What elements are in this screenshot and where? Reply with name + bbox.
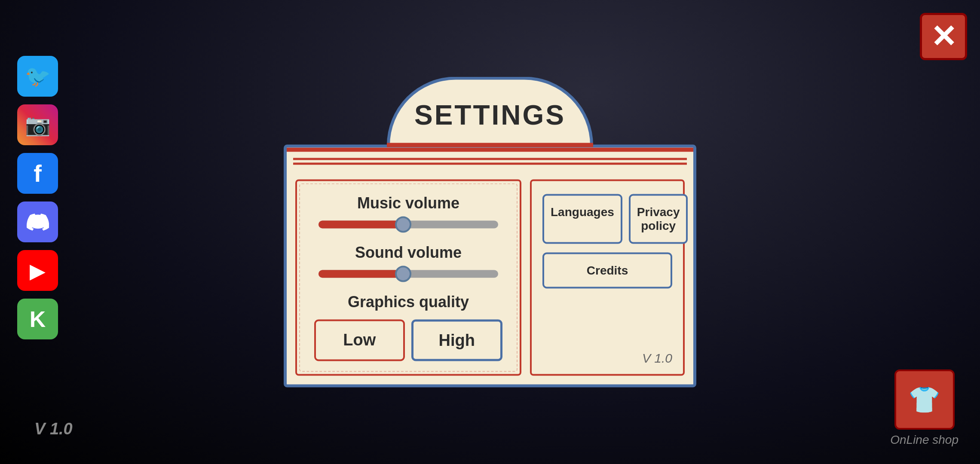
quality-buttons: Low High xyxy=(314,320,502,361)
stripes-section xyxy=(287,152,693,171)
settings-title: SETTINGS xyxy=(414,99,566,131)
discord-icon[interactable] xyxy=(17,201,58,242)
twitter-icon[interactable]: 🐦 xyxy=(17,56,58,97)
credits-button[interactable]: Credits xyxy=(542,253,672,289)
top-buttons-row: Languages Privacy policy xyxy=(542,194,672,244)
arch-shape: SETTINGS xyxy=(387,77,593,146)
youtube-icon[interactable]: ▶ xyxy=(17,250,58,291)
panel-content: Music volume Sound volume Gr xyxy=(287,171,693,385)
graphics-quality-label: Graphics quality xyxy=(314,293,502,311)
languages-button[interactable]: Languages xyxy=(542,194,622,244)
version-label-left: V 1.0 xyxy=(34,420,73,438)
sound-volume-slider[interactable] xyxy=(318,270,498,278)
red-stripe-thin xyxy=(293,158,687,160)
panel-body: Music volume Sound volume Gr xyxy=(284,145,696,388)
close-button[interactable]: ✕ xyxy=(920,13,967,60)
sound-volume-fill xyxy=(318,270,399,278)
graphics-quality-section: Graphics quality Low High xyxy=(314,293,502,361)
red-stripe-thin-2 xyxy=(293,163,687,165)
sound-volume-thumb[interactable] xyxy=(395,266,411,282)
left-panel: Music volume Sound volume Gr xyxy=(295,180,521,376)
online-shop-button[interactable]: 👕 OnLine shop xyxy=(890,369,959,447)
sound-volume-label: Sound volume xyxy=(314,244,502,262)
red-stripe-top xyxy=(287,148,693,152)
music-volume-section: Music volume xyxy=(314,194,502,229)
settings-panel: SETTINGS Music volume xyxy=(284,77,696,388)
music-volume-slider[interactable] xyxy=(318,221,498,229)
right-panel: Languages Privacy policy Credits V 1.0 xyxy=(530,180,685,376)
shop-label: OnLine shop xyxy=(890,433,959,447)
close-icon: ✕ xyxy=(931,21,956,52)
quality-high-button[interactable]: High xyxy=(411,320,503,361)
social-sidebar: 🐦 📷 f ▶ K xyxy=(17,56,58,339)
instagram-icon[interactable]: 📷 xyxy=(17,104,58,145)
privacy-policy-button[interactable]: Privacy policy xyxy=(629,194,688,244)
version-label-right: V 1.0 xyxy=(642,351,672,366)
shop-icon: 👕 xyxy=(894,369,955,430)
sound-volume-section: Sound volume xyxy=(314,244,502,278)
music-volume-label: Music volume xyxy=(314,194,502,212)
panel-arch: SETTINGS xyxy=(284,77,696,146)
quality-low-button[interactable]: Low xyxy=(314,320,405,361)
facebook-icon[interactable]: f xyxy=(17,153,58,194)
music-volume-thumb[interactable] xyxy=(395,217,411,233)
music-volume-fill xyxy=(318,221,399,229)
k-brand-icon[interactable]: K xyxy=(17,299,58,339)
